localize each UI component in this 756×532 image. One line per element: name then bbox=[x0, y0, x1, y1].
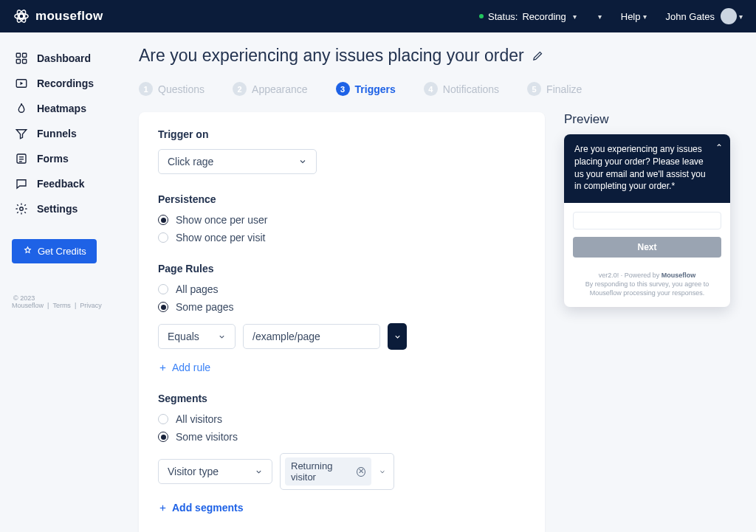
play-icon bbox=[15, 77, 28, 90]
nav-label: Settings bbox=[37, 203, 78, 215]
chevron-down-icon bbox=[298, 157, 307, 166]
step-appearance[interactable]: 2Appearance bbox=[233, 82, 308, 96]
dashboard-icon bbox=[15, 52, 28, 65]
persistence-once-per-user[interactable]: Show once per user bbox=[158, 214, 526, 226]
svg-rect-4 bbox=[16, 53, 20, 57]
plus-icon bbox=[158, 503, 168, 513]
forms-icon bbox=[15, 152, 28, 165]
plus-icon bbox=[158, 363, 168, 373]
rule-path-input[interactable] bbox=[243, 324, 380, 349]
caret-down-icon: ▾ bbox=[739, 13, 743, 21]
radio-icon bbox=[158, 215, 168, 225]
credits-icon bbox=[22, 246, 33, 257]
collapse-icon[interactable]: ⌃ bbox=[715, 142, 723, 154]
nav-heatmaps[interactable]: Heatmaps bbox=[12, 96, 117, 121]
persistence-label: Persistence bbox=[158, 193, 526, 205]
segments-label: Segments bbox=[158, 393, 526, 404]
preview-heading: Preview bbox=[564, 112, 730, 127]
chevron-down-icon bbox=[379, 468, 386, 476]
rule-operator-select[interactable]: Equals bbox=[158, 324, 236, 349]
nav-label: Recordings bbox=[37, 77, 94, 89]
svg-point-13 bbox=[20, 207, 24, 211]
page-rules-all[interactable]: All pages bbox=[158, 283, 526, 295]
sidebar: Dashboard Recordings Heatmaps Funnels Fo… bbox=[0, 32, 126, 532]
nav-label: Forms bbox=[37, 153, 69, 165]
legal-footer: © 2023 Mouseflow|Terms|Privacy bbox=[12, 294, 117, 309]
status-value: Recording bbox=[522, 11, 566, 22]
nav-feedback[interactable]: Feedback bbox=[12, 171, 117, 196]
gear-icon bbox=[15, 202, 28, 215]
credits-label: Get Credits bbox=[38, 246, 86, 257]
preview-email-input[interactable] bbox=[573, 212, 721, 229]
preview-next-button[interactable]: Next bbox=[573, 237, 721, 258]
preview-footer: ver2.0! · Powered by Mouseflow By respon… bbox=[564, 265, 730, 306]
caret-down-icon: ▾ bbox=[598, 13, 602, 21]
triggers-card: Trigger on Click rage Persistence Show o… bbox=[139, 112, 545, 532]
nav-label: Feedback bbox=[37, 178, 85, 190]
app-header: mouseflow Status: Recording ▾ ▾ Help▾ Jo… bbox=[0, 0, 756, 32]
status-prefix: Status: bbox=[488, 11, 518, 22]
radio-icon bbox=[158, 414, 168, 424]
preview-widget: Are you experiencing any issues placing … bbox=[564, 134, 730, 307]
get-credits-button[interactable]: Get Credits bbox=[12, 239, 97, 263]
caret-down-icon: ▾ bbox=[573, 13, 577, 21]
brand-name: mouseflow bbox=[35, 9, 103, 24]
step-notifications[interactable]: 4Notifications bbox=[424, 82, 499, 96]
rule-action-button[interactable] bbox=[388, 323, 407, 350]
svg-rect-5 bbox=[23, 53, 27, 57]
terms-link[interactable]: Terms bbox=[52, 302, 71, 309]
radio-icon bbox=[158, 302, 168, 312]
radio-icon bbox=[158, 432, 168, 442]
chevron-down-icon bbox=[394, 333, 402, 341]
nav-funnels[interactable]: Funnels bbox=[12, 121, 117, 146]
page-title: Are you experiencing any issues placing … bbox=[139, 46, 524, 66]
persistence-once-per-visit[interactable]: Show once per visit bbox=[158, 232, 526, 243]
segments-some[interactable]: Some visitors bbox=[158, 431, 526, 443]
edit-icon[interactable] bbox=[532, 49, 544, 62]
remove-chip-icon[interactable]: ✕ bbox=[357, 467, 365, 477]
add-rule-link[interactable]: Add rule bbox=[158, 362, 526, 373]
trigger-on-value: Click rage bbox=[168, 156, 213, 167]
preview-question-area: Are you experiencing any issues placing … bbox=[564, 134, 730, 203]
stepper: 1Questions 2Appearance 3Triggers 4Notifi… bbox=[139, 82, 732, 96]
radio-icon bbox=[158, 284, 168, 294]
chat-icon bbox=[15, 177, 28, 190]
avatar bbox=[721, 8, 737, 24]
copyright: © 2023 Mouseflow bbox=[12, 294, 44, 309]
brand[interactable]: mouseflow bbox=[13, 8, 103, 24]
step-questions[interactable]: 1Questions bbox=[139, 82, 205, 96]
nav-label: Heatmaps bbox=[37, 103, 86, 114]
svg-rect-7 bbox=[23, 60, 27, 63]
nav-recordings[interactable]: Recordings bbox=[12, 71, 117, 96]
preview-question: Are you experiencing any issues placing … bbox=[574, 144, 706, 191]
page-rules-label: Page Rules bbox=[158, 263, 526, 274]
privacy-link[interactable]: Privacy bbox=[80, 302, 102, 309]
add-segments-link[interactable]: Add segments bbox=[158, 502, 526, 514]
page-title-row: Are you experiencing any issues placing … bbox=[139, 46, 732, 66]
main-content: Are you experiencing any issues placing … bbox=[126, 32, 756, 532]
radio-icon bbox=[158, 232, 168, 243]
page-rules-some[interactable]: Some pages bbox=[158, 301, 526, 313]
help-dropdown[interactable]: Help▾ bbox=[621, 11, 647, 22]
svg-point-0 bbox=[19, 14, 24, 18]
funnel-icon bbox=[15, 127, 28, 140]
nav-label: Dashboard bbox=[37, 52, 91, 64]
svg-rect-6 bbox=[16, 60, 20, 63]
status-dropdown[interactable]: Status: Recording ▾ bbox=[479, 11, 577, 22]
step-finalize[interactable]: 5Finalize bbox=[527, 82, 582, 96]
user-name: John Gates bbox=[666, 11, 715, 22]
nav-dashboard[interactable]: Dashboard bbox=[12, 46, 117, 71]
segments-all[interactable]: All visitors bbox=[158, 413, 526, 425]
user-menu[interactable]: John Gates ▾ bbox=[666, 8, 743, 24]
nav-settings[interactable]: Settings bbox=[12, 196, 117, 221]
segment-field-select[interactable]: Visitor type bbox=[158, 459, 272, 484]
step-triggers[interactable]: 3Triggers bbox=[336, 82, 396, 96]
header-extra-dropdown[interactable]: ▾ bbox=[596, 13, 602, 21]
trigger-on-select[interactable]: Click rage bbox=[158, 149, 317, 174]
nav-forms[interactable]: Forms bbox=[12, 146, 117, 171]
segment-value-select[interactable]: Returning visitor ✕ bbox=[280, 453, 394, 490]
logo-icon bbox=[13, 8, 30, 24]
trigger-on-label: Trigger on bbox=[158, 128, 526, 140]
status-dot-icon bbox=[479, 14, 484, 18]
segment-chip: Returning visitor ✕ bbox=[285, 457, 371, 486]
